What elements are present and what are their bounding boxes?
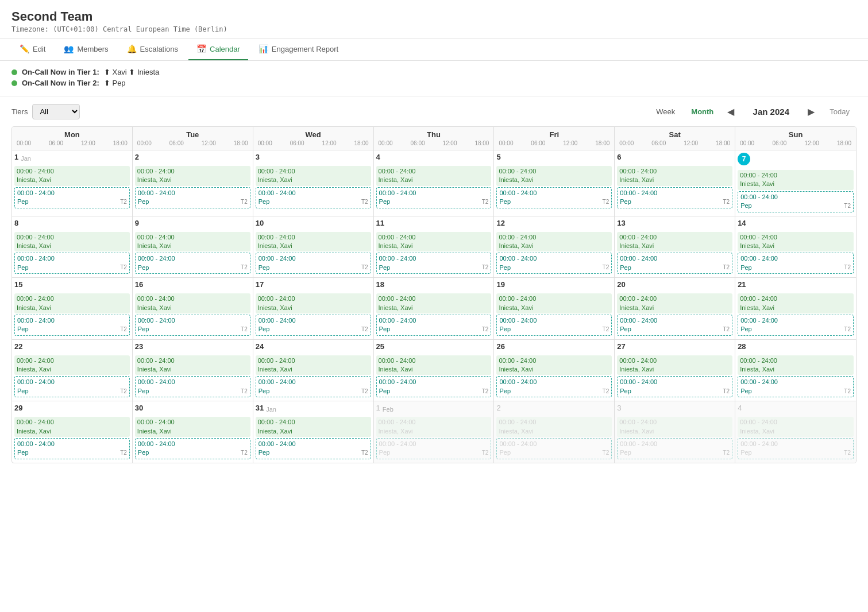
event-block[interactable]: 00:00 - 24:00PepT2 — [617, 253, 732, 274]
tab-edit[interactable]: ✏️ Edit — [11, 38, 53, 60]
calendar-day[interactable]: 2600:00 - 24:00Iniesta, Xavi00:00 - 24:0… — [494, 340, 615, 401]
event-block[interactable]: 00:00 - 24:00Iniesta, Xavi — [738, 232, 854, 252]
event-block[interactable]: 00:00 - 24:00Iniesta, Xavi — [135, 232, 250, 252]
event-block[interactable]: 00:00 - 24:00Iniesta, Xavi — [496, 417, 612, 437]
event-block[interactable]: 00:00 - 24:00Iniesta, Xavi — [496, 166, 612, 186]
tab-engagement[interactable]: 📊 Engagement Report — [250, 38, 346, 60]
event-block[interactable]: 00:00 - 24:00PepT2 — [738, 191, 854, 212]
event-block[interactable]: 00:00 - 24:00PepT2 — [617, 187, 732, 208]
event-block[interactable]: 00:00 - 24:00Iniesta, Xavi — [617, 232, 732, 252]
calendar-day[interactable]: 1700:00 - 24:00Iniesta, Xavi00:00 - 24:0… — [253, 278, 374, 339]
event-block[interactable]: 00:00 - 24:00Iniesta, Xavi — [496, 355, 612, 375]
event-block[interactable]: 00:00 - 24:00Iniesta, Xavi — [135, 355, 250, 375]
event-block[interactable]: 00:00 - 24:00PepT2 — [376, 187, 492, 208]
calendar-day[interactable]: 400:00 - 24:00Iniesta, Xavi00:00 - 24:00… — [374, 150, 495, 216]
calendar-day[interactable]: 1 Feb00:00 - 24:00Iniesta, Xavi00:00 - 2… — [374, 401, 495, 463]
event-block[interactable]: 00:00 - 24:00PepT2 — [376, 438, 492, 459]
calendar-day[interactable]: 2700:00 - 24:00Iniesta, Xavi00:00 - 24:0… — [615, 340, 735, 401]
month-view-button[interactable]: Month — [685, 105, 719, 118]
event-block[interactable]: 00:00 - 24:00Iniesta, Xavi — [14, 293, 130, 313]
calendar-day[interactable]: 1600:00 - 24:00Iniesta, Xavi00:00 - 24:0… — [133, 278, 253, 339]
calendar-day[interactable]: 2000:00 - 24:00Iniesta, Xavi00:00 - 24:0… — [615, 278, 735, 339]
calendar-day[interactable]: 1 Jan00:00 - 24:00Iniesta, Xavi00:00 - 2… — [12, 150, 133, 216]
tiers-select[interactable]: All Tier 1 Tier 2 — [32, 104, 80, 119]
calendar-day[interactable]: 700:00 - 24:00Iniesta, Xavi00:00 - 24:00… — [735, 150, 856, 216]
event-block[interactable]: 00:00 - 24:00Iniesta, Xavi — [376, 166, 492, 186]
event-block[interactable]: 00:00 - 24:00PepT2 — [738, 438, 854, 459]
event-block[interactable]: 00:00 - 24:00Iniesta, Xavi — [496, 293, 612, 313]
calendar-day[interactable]: 1200:00 - 24:00Iniesta, Xavi00:00 - 24:0… — [494, 216, 615, 278]
calendar-day[interactable]: 2400:00 - 24:00Iniesta, Xavi00:00 - 24:0… — [253, 340, 374, 401]
event-block[interactable]: 00:00 - 24:00PepT2 — [617, 315, 732, 336]
calendar-day[interactable]: 600:00 - 24:00Iniesta, Xavi00:00 - 24:00… — [615, 150, 735, 216]
event-block[interactable]: 00:00 - 24:00PepT2 — [738, 315, 854, 336]
event-block[interactable]: 00:00 - 24:00PepT2 — [135, 253, 250, 274]
event-block[interactable]: 00:00 - 24:00Iniesta, Xavi — [256, 166, 371, 186]
week-view-button[interactable]: Week — [650, 105, 681, 118]
next-month-button[interactable]: ▶ — [804, 105, 818, 118]
calendar-day[interactable]: 31 Jan00:00 - 24:00Iniesta, Xavi00:00 - … — [253, 401, 374, 463]
calendar-day[interactable]: 300:00 - 24:00Iniesta, Xavi00:00 - 24:00… — [615, 401, 735, 463]
event-block[interactable]: 00:00 - 24:00PepT2 — [14, 253, 130, 274]
event-block[interactable]: 00:00 - 24:00Iniesta, Xavi — [738, 293, 854, 313]
event-block[interactable]: 00:00 - 24:00PepT2 — [376, 376, 492, 397]
event-block[interactable]: 00:00 - 24:00Iniesta, Xavi — [14, 232, 130, 252]
calendar-day[interactable]: 200:00 - 24:00Iniesta, Xavi00:00 - 24:00… — [494, 401, 615, 463]
calendar-day[interactable]: 3000:00 - 24:00Iniesta, Xavi00:00 - 24:0… — [133, 401, 253, 463]
event-block[interactable]: 00:00 - 24:00PepT2 — [496, 253, 612, 274]
event-block[interactable]: 00:00 - 24:00PepT2 — [256, 187, 371, 208]
calendar-day[interactable]: 1000:00 - 24:00Iniesta, Xavi00:00 - 24:0… — [253, 216, 374, 278]
calendar-day[interactable]: 1300:00 - 24:00Iniesta, Xavi00:00 - 24:0… — [615, 216, 735, 278]
prev-month-button[interactable]: ◀ — [724, 105, 738, 118]
event-block[interactable]: 00:00 - 24:00Iniesta, Xavi — [738, 417, 854, 437]
calendar-day[interactable]: 2300:00 - 24:00Iniesta, Xavi00:00 - 24:0… — [133, 340, 253, 401]
event-block[interactable]: 00:00 - 24:00Iniesta, Xavi — [376, 232, 492, 252]
calendar-day[interactable]: 2800:00 - 24:00Iniesta, Xavi00:00 - 24:0… — [735, 340, 856, 401]
event-block[interactable]: 00:00 - 24:00PepT2 — [738, 253, 854, 274]
calendar-day[interactable]: 300:00 - 24:00Iniesta, Xavi00:00 - 24:00… — [253, 150, 374, 216]
event-block[interactable]: 00:00 - 24:00Iniesta, Xavi — [617, 355, 732, 375]
calendar-day[interactable]: 200:00 - 24:00Iniesta, Xavi00:00 - 24:00… — [133, 150, 253, 216]
event-block[interactable]: 00:00 - 24:00PepT2 — [135, 438, 250, 459]
event-block[interactable]: 00:00 - 24:00PepT2 — [738, 376, 854, 397]
calendar-day[interactable]: 900:00 - 24:00Iniesta, Xavi00:00 - 24:00… — [133, 216, 253, 278]
event-block[interactable]: 00:00 - 24:00Iniesta, Xavi — [135, 417, 250, 437]
event-block[interactable]: 00:00 - 24:00PepT2 — [496, 376, 612, 397]
event-block[interactable]: 00:00 - 24:00PepT2 — [256, 315, 371, 336]
event-block[interactable]: 00:00 - 24:00Iniesta, Xavi — [738, 170, 854, 190]
event-block[interactable]: 00:00 - 24:00PepT2 — [376, 315, 492, 336]
calendar-day[interactable]: 2100:00 - 24:00Iniesta, Xavi00:00 - 24:0… — [735, 278, 856, 339]
event-block[interactable]: 00:00 - 24:00PepT2 — [256, 376, 371, 397]
event-block[interactable]: 00:00 - 24:00Iniesta, Xavi — [14, 355, 130, 375]
event-block[interactable]: 00:00 - 24:00Iniesta, Xavi — [256, 417, 371, 437]
event-block[interactable]: 00:00 - 24:00PepT2 — [496, 315, 612, 336]
event-block[interactable]: 00:00 - 24:00PepT2 — [617, 438, 732, 459]
event-block[interactable]: 00:00 - 24:00Iniesta, Xavi — [376, 417, 492, 437]
tab-escalations[interactable]: 🔔 Escalations — [119, 38, 186, 60]
calendar-day[interactable]: 400:00 - 24:00Iniesta, Xavi00:00 - 24:00… — [735, 401, 856, 463]
event-block[interactable]: 00:00 - 24:00PepT2 — [135, 187, 250, 208]
today-button[interactable]: Today — [823, 105, 857, 118]
event-block[interactable]: 00:00 - 24:00Iniesta, Xavi — [14, 417, 130, 437]
event-block[interactable]: 00:00 - 24:00Iniesta, Xavi — [256, 355, 371, 375]
event-block[interactable]: 00:00 - 24:00PepT2 — [376, 253, 492, 274]
event-block[interactable]: 00:00 - 24:00PepT2 — [135, 315, 250, 336]
event-block[interactable]: 00:00 - 24:00Iniesta, Xavi — [376, 293, 492, 313]
calendar-day[interactable]: 2500:00 - 24:00Iniesta, Xavi00:00 - 24:0… — [374, 340, 495, 401]
event-block[interactable]: 00:00 - 24:00PepT2 — [256, 253, 371, 274]
event-block[interactable]: 00:00 - 24:00Iniesta, Xavi — [135, 166, 250, 186]
event-block[interactable]: 00:00 - 24:00PepT2 — [14, 376, 130, 397]
event-block[interactable]: 00:00 - 24:00Iniesta, Xavi — [617, 293, 732, 313]
event-block[interactable]: 00:00 - 24:00Iniesta, Xavi — [376, 355, 492, 375]
event-block[interactable]: 00:00 - 24:00Iniesta, Xavi — [617, 417, 732, 437]
event-block[interactable]: 00:00 - 24:00PepT2 — [496, 187, 612, 208]
calendar-day[interactable]: 1100:00 - 24:00Iniesta, Xavi00:00 - 24:0… — [374, 216, 495, 278]
event-block[interactable]: 00:00 - 24:00PepT2 — [14, 187, 130, 208]
event-block[interactable]: 00:00 - 24:00PepT2 — [14, 438, 130, 459]
event-block[interactable]: 00:00 - 24:00Iniesta, Xavi — [135, 293, 250, 313]
event-block[interactable]: 00:00 - 24:00PepT2 — [496, 438, 612, 459]
tab-calendar[interactable]: 📅 Calendar — [188, 38, 248, 60]
calendar-day[interactable]: 500:00 - 24:00Iniesta, Xavi00:00 - 24:00… — [494, 150, 615, 216]
event-block[interactable]: 00:00 - 24:00Iniesta, Xavi — [14, 166, 130, 186]
tab-members[interactable]: 👥 Members — [56, 38, 116, 60]
